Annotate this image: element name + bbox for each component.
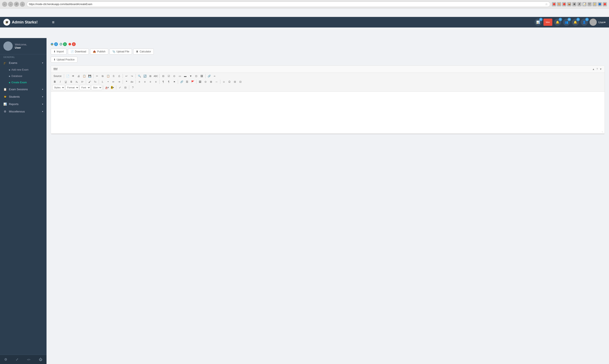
form-button[interactable]: ⊟ [161,74,166,79]
chart-button[interactable]: 📊 91 [535,19,542,26]
editor-close-icon[interactable]: ▼ [599,68,602,71]
hamburger-button[interactable]: ≡ [52,20,54,25]
new-doc-button[interactable]: 📄 [65,74,70,79]
users-button[interactable]: 👥 26 [563,19,570,26]
sidebar-item-reports[interactable]: 📊 Reports ▾ [0,100,47,108]
textarea-button[interactable]: ▬ [183,74,188,79]
sidebar-item-exams[interactable]: 🎓 Exams ▾ [0,59,47,66]
editor-expand-icon[interactable]: ▲ [592,68,595,71]
superscript-button[interactable]: X² [80,79,85,84]
iframe-button[interactable]: ⊡ [238,79,243,84]
user-menu-button[interactable]: User▾ [598,21,606,24]
upload-practice-button[interactable]: ⬆ Upload Practice [51,57,77,63]
bg-color-button[interactable]: A▾ [110,85,115,90]
button-widget-button[interactable]: ⊡ [194,74,199,79]
textfield-button[interactable]: ▭ [177,74,182,79]
sidebar-item-exam-sessions[interactable]: 📋 Exam Sessions ▾ [0,86,47,93]
settings-icon[interactable]: ⚙ [4,357,7,362]
styles-select[interactable]: Styles [52,85,65,90]
strikethrough-button[interactable]: S [69,79,74,84]
editor-body[interactable]: ⤡ [51,92,605,134]
calculator-button[interactable]: 🖩 Calculator [133,49,154,54]
format-select[interactable]: Format [65,85,79,90]
font-color-button[interactable]: A▾ [105,85,109,90]
select-button[interactable]: ▼ [188,74,193,79]
indent-button[interactable]: ⇥ [117,79,122,84]
paste-word-button[interactable]: ⎙ [117,74,122,79]
font-select[interactable]: Font [79,85,91,90]
back-button[interactable]: ← [2,2,7,7]
save-button[interactable]: 💾 [87,74,92,79]
editor-help-icon[interactable]: ? [596,68,598,71]
bookmark-icon[interactable]: ☆ [545,2,548,6]
ul-button[interactable]: • [106,79,111,84]
code-icon[interactable]: </> [27,358,30,361]
help-button[interactable]: ? [130,85,135,90]
bold-button[interactable]: B [52,79,57,84]
smiley-button[interactable]: ☺ [221,79,226,84]
refresh-button[interactable]: ↺ [14,2,19,7]
preview-button[interactable]: 👁 [71,74,76,79]
paste-button[interactable]: 📋 [106,74,111,79]
underline-button[interactable]: U [63,79,68,84]
redo-button[interactable]: ↪ [129,74,134,79]
special-char-button[interactable]: Ω [227,79,232,84]
find-replace-button[interactable]: 🔄 [142,74,147,79]
sidebar-item-miscellenous[interactable]: ⚙ Miscellenous ▾ [0,108,47,115]
user2-button[interactable]: 👤 0 [581,19,588,26]
link-button[interactable]: 🔗 [179,79,184,84]
cut-button[interactable]: ✂ [94,74,100,79]
false-button[interactable]: false [543,19,552,26]
size-select[interactable]: Size [91,85,102,90]
align-left-button[interactable]: ≡ [137,79,142,84]
outdent-button[interactable]: ⇤ [111,79,116,84]
align-right-button[interactable]: ≡ [148,79,153,84]
home-button[interactable]: ⌂ [20,2,25,7]
maximize-button[interactable]: ⤢ [117,85,122,90]
bell-button[interactable]: 🔔 0 [554,19,561,26]
upload-file-button[interactable]: 📎 Upload File [109,49,132,54]
print-button[interactable]: 🖨 [76,74,81,79]
anchor-button[interactable]: 🔗 [207,74,212,79]
align-justify-button[interactable]: ≡ [153,79,158,84]
select-all-button[interactable]: ⊞ [148,74,153,79]
copy-button[interactable]: ⧉ [100,74,105,79]
import-button[interactable]: ⬇ Import [51,49,66,54]
media-button[interactable]: ⊙ [203,79,208,84]
rtl-button[interactable]: ¶ [166,79,171,84]
page-break-button[interactable]: ⊟ [232,79,238,84]
flash-button[interactable]: ✏ [212,74,217,79]
sidebar-item-students[interactable]: 👨‍🎓 Students ▾ [0,93,47,100]
flag-button[interactable]: 🚩 [190,79,195,84]
resize-handle[interactable]: ⤡ [602,131,604,133]
checkbox-button[interactable]: ☑ [166,74,171,79]
source-button[interactable]: Source [52,74,63,78]
download-button[interactable]: 📄 Download [68,49,89,54]
publish-button[interactable]: 📤 Publish [90,49,108,54]
italic-button[interactable]: I [58,79,63,84]
template-button[interactable]: 📋 [82,74,87,79]
forward-button[interactable]: → [8,2,13,7]
table-button[interactable]: ⊞ [209,79,213,84]
spellcheck-button[interactable]: ABC [153,74,158,79]
ol-button[interactable]: 1. [100,79,105,84]
lang-button[interactable]: ⚑ [172,79,177,84]
paste-text-button[interactable]: ⎘ [111,74,116,79]
find-button[interactable]: 🔍 [137,74,142,79]
hrule-button[interactable]: ─ [214,79,219,84]
div-button[interactable]: div [129,79,134,84]
clearformat-button[interactable]: Tx [93,79,98,84]
unlink-button[interactable]: ⛓ [185,79,190,84]
sidebar-item-database[interactable]: Database [0,73,47,79]
undo-button[interactable]: ↩ [124,74,129,79]
img-button-btn[interactable]: 🖼 [199,74,204,79]
expand-icon[interactable]: ⤢ [16,357,18,362]
ltr-button[interactable]: ¶ [161,79,166,84]
blockquote-button[interactable]: ❝ [124,79,129,84]
image-button[interactable]: 🖼 [198,79,203,84]
align-center-button[interactable]: ≡ [142,79,147,84]
sidebar-item-add-new-exam[interactable]: Add new Exam [0,66,47,73]
sidebar-item-create-exam[interactable]: Create Exam [0,79,47,86]
radio-button[interactable]: ⊙ [172,74,177,79]
subscript-button[interactable]: X₂ [74,79,79,84]
